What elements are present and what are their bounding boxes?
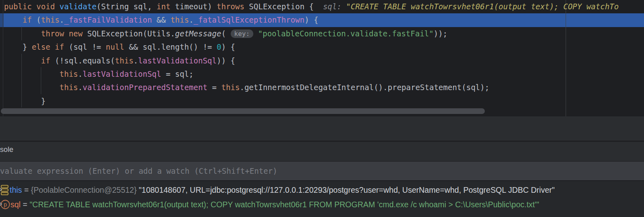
code-token: this	[41, 15, 60, 24]
equals-sign: =	[21, 200, 29, 209]
code-token: getMessage	[175, 29, 221, 38]
code-token: SQLException {	[244, 2, 314, 11]
inline-debugger-value-hint: sql:	[314, 2, 346, 11]
code-line[interactable]: this.validationPreparedStatement = this.…	[0, 81, 644, 94]
code-token: && sql.length() !=	[124, 42, 217, 51]
ide-debugger-view: public void validate(String sql, int tim…	[0, 0, 644, 217]
code-token: (sql !=	[64, 42, 106, 51]
code-token	[4, 29, 41, 38]
code-line-selected[interactable]: if (this._fastFailValidation && this._fa…	[0, 13, 644, 27]
svg-text:p: p	[4, 201, 7, 208]
gutter-border	[3, 0, 3, 116]
code-token	[4, 15, 23, 24]
code-token	[253, 29, 258, 38]
code-token: _fastFailValidation	[64, 15, 152, 24]
code-token: timeout)	[170, 2, 217, 11]
code-token: (!sql.equals(	[50, 56, 115, 65]
code-token: lastValidationSql	[83, 70, 161, 78]
console-tab-partial[interactable]: sole	[0, 145, 13, 154]
code-token: else	[32, 42, 51, 51]
code-token: SQLException(Utils.	[83, 29, 175, 38]
code-line[interactable]: if (!sql.equals(this.lastValidationSql))…	[0, 54, 644, 67]
variable-row-sql[interactable]: psql = "CREATE TABLE watchTowrsvhet06r1(…	[0, 197, 644, 212]
code-lines: public void validate(String sql, int tim…	[0, 0, 644, 108]
horizontal-scrollbar[interactable]	[1, 108, 485, 114]
code-token: )) {	[217, 56, 235, 65]
code-token: "poolableConnection.validate.fastFail"	[258, 29, 434, 38]
code-token: }	[4, 42, 32, 51]
code-token: .	[78, 70, 82, 78]
code-token: this	[59, 70, 78, 78]
evaluate-expression-input[interactable]: valuate expression (Enter) or add a watc…	[0, 161, 644, 181]
code-token: public	[4, 2, 32, 11]
chevron-right-icon[interactable]	[0, 186, 4, 193]
code-token: throw	[41, 29, 64, 38]
variable-name: this	[10, 185, 22, 195]
code-line[interactable]: }	[0, 95, 644, 108]
code-token: lastValidationSql	[138, 56, 217, 65]
code-token	[32, 2, 36, 11]
code-token: this	[59, 83, 78, 92]
variables-tree: this = {PoolableConnection@25512} "10801…	[0, 181, 644, 217]
code-token: .	[59, 15, 64, 24]
code-token: (	[32, 15, 41, 24]
code-token: 0	[217, 42, 221, 51]
code-token: =	[207, 83, 221, 92]
code-token: .	[133, 56, 138, 65]
evaluate-expression-placeholder: valuate expression (Enter) or add a watc…	[0, 166, 277, 175]
code-token: throws	[217, 2, 244, 11]
code-token: int	[157, 2, 170, 11]
code-token: ));	[434, 29, 447, 38]
code-token: .	[78, 83, 82, 92]
code-token: this	[115, 56, 134, 65]
code-token: }	[4, 97, 46, 105]
code-token	[4, 56, 41, 65]
right-margin-guide	[566, 0, 566, 116]
equals-sign: =	[22, 185, 31, 195]
code-token: (String sql,	[97, 2, 157, 11]
code-token	[55, 2, 59, 11]
code-token	[4, 83, 59, 92]
code-token: void	[36, 2, 55, 11]
code-token: ) {	[221, 42, 235, 51]
debugger-panel: sole valuate expression (Enter) or add a…	[0, 116, 644, 217]
code-token: null	[106, 42, 124, 51]
variable-value: "CREATE TABLE watchTowrsvhet06r1(output …	[29, 200, 539, 209]
code-token: if	[23, 15, 32, 24]
code-token: .	[189, 15, 194, 24]
code-token: if	[41, 56, 51, 65]
variable-type-ref: {PoolableConnection@25512}	[31, 185, 139, 195]
variable-value: "1080148607, URL=jdbc:postgresql://127.0…	[139, 185, 555, 195]
code-token: this	[170, 15, 189, 24]
code-line[interactable]: } else if (sql != null && sql.length() !…	[0, 40, 644, 54]
code-token	[50, 42, 55, 51]
code-line[interactable]: throw new SQLException(Utils.getMessage(…	[0, 27, 644, 40]
code-token: (	[221, 29, 231, 38]
code-token	[4, 70, 59, 78]
variable-name: sql	[11, 200, 21, 209]
code-token: new	[69, 29, 82, 38]
code-token: this	[221, 83, 240, 92]
code-editor[interactable]: public void validate(String sql, int tim…	[0, 0, 644, 116]
code-token: ) {	[305, 15, 318, 24]
code-token: validationPreparedStatement	[83, 83, 208, 92]
code-token: .getInnermostDelegateInternal().prepareS…	[240, 83, 489, 92]
code-line[interactable]: this.lastValidationSql = sql;	[0, 67, 644, 81]
code-token	[64, 29, 69, 38]
chevron-right-icon[interactable]	[0, 200, 4, 208]
code-token: &&	[152, 15, 170, 24]
code-line[interactable]: public void validate(String sql, int tim…	[0, 0, 644, 13]
variable-row-this[interactable]: this = {PoolableConnection@25512} "10801…	[0, 183, 644, 197]
code-token: _fatalSqlExceptionThrown	[194, 15, 305, 24]
parameter-name-hint-chip: key:	[231, 29, 254, 38]
inline-debugger-value-hint: "CREATE TABLE watchTowrsvhet06r1(output …	[346, 2, 619, 11]
code-token: if	[55, 42, 64, 51]
code-token: = sql;	[161, 70, 194, 78]
code-token: validate	[59, 2, 97, 11]
panel-separator	[0, 141, 644, 142]
